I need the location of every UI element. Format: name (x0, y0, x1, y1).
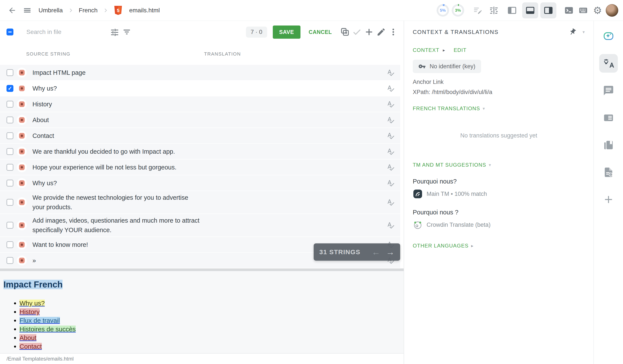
breadcrumb-language[interactable]: French (77, 7, 100, 14)
context-xpath-line: XPath: /html/body/div/div/ul/li/a (413, 89, 585, 96)
row-checkbox[interactable] (6, 199, 13, 206)
row-checkbox[interactable] (6, 180, 13, 186)
spellcheck-icon (387, 221, 395, 229)
table-row[interactable]: We are thankful you decided to go with I… (0, 144, 400, 160)
cancel-button[interactable]: CANCEL (306, 26, 334, 38)
row-checkbox[interactable] (6, 257, 13, 264)
context-translations-panel: CONTEXT & TRANSLATIONS ▾ CONTEXT ▸ EDIT … (404, 21, 594, 364)
translations-tab-icon[interactable] (599, 54, 618, 73)
view-bottom-panel-icon[interactable] (522, 2, 538, 18)
row-checkbox[interactable] (6, 132, 13, 139)
prev-page-arrow-icon[interactable]: ← (372, 247, 380, 257)
row-checkbox[interactable] (6, 241, 13, 248)
tm-mt-suggestions-section[interactable]: TM AND MT SUGGESTIONS (413, 162, 486, 168)
chevron-right-icon (68, 8, 74, 13)
ai-assistant-icon[interactable] (599, 27, 618, 45)
preview-link[interactable]: Flux de travail (20, 317, 60, 324)
spellcheck-icon (387, 163, 395, 171)
add-string-icon[interactable] (363, 26, 375, 38)
untranslated-status-icon (17, 162, 27, 172)
row-checkbox[interactable] (6, 164, 13, 171)
row-checkbox[interactable] (6, 117, 13, 123)
add-panel-icon[interactable] (599, 190, 618, 209)
suggestion-text[interactable]: Pourquoi nous ? (413, 209, 585, 216)
html-preview-pane: Impact French Why us?HistoryFlux de trav… (0, 271, 404, 353)
untranslated-status-icon (17, 256, 27, 265)
source-string-text: » (32, 256, 36, 265)
preview-link[interactable]: About (20, 334, 36, 341)
preview-link[interactable]: History (20, 308, 40, 315)
view-left-panel-icon[interactable] (504, 2, 520, 18)
preview-link[interactable]: Why us? (20, 300, 45, 307)
edit-context-link[interactable]: EDIT (454, 47, 466, 53)
preview-link[interactable]: Contact (20, 343, 42, 350)
strings-list: Impact HTML page✓Why us?HistoryAboutCont… (0, 65, 404, 268)
source-string-text: Why us? (32, 84, 57, 93)
html5-file-icon: 5 (113, 5, 123, 15)
source-string-text: Why us? (32, 178, 57, 188)
suggestion-meta: Crowdin Translate (beta) (413, 220, 585, 230)
other-languages-link[interactable]: OTHER LANGUAGES (413, 243, 468, 249)
table-row[interactable]: Why us? (0, 175, 400, 191)
edit-strings-icon[interactable] (472, 4, 484, 17)
translation-progress-circle[interactable]: 5% (437, 4, 449, 17)
progress-percent: 3% (452, 4, 464, 17)
table-row[interactable]: ✓Why us? (0, 81, 400, 96)
breadcrumb-project[interactable]: Umbrella (36, 7, 65, 14)
row-checkbox[interactable] (6, 148, 13, 155)
chevron-down-icon: ▾ (483, 106, 485, 111)
edit-pencil-icon[interactable] (375, 26, 387, 38)
view-side-by-side-icon[interactable] (486, 2, 502, 18)
pane-resize-handle[interactable] (0, 268, 404, 271)
copy-source-icon[interactable] (339, 26, 351, 38)
collapse-chevron-icon[interactable]: ▾ (582, 29, 585, 35)
save-button[interactable]: SAVE (273, 25, 300, 39)
context-tab-icon[interactable] (599, 108, 618, 127)
back-icon[interactable] (6, 4, 18, 17)
filter-settings-icon[interactable] (109, 26, 121, 38)
keyboard-shortcuts-icon[interactable] (577, 4, 589, 17)
menu-icon[interactable] (21, 4, 33, 17)
next-page-arrow-icon[interactable]: → (386, 247, 395, 257)
more-options-kebab-icon[interactable] (387, 26, 399, 38)
table-row[interactable]: Hope your experience will be not less bu… (0, 160, 400, 175)
spellcheck-icon (387, 179, 395, 187)
row-checkbox[interactable] (6, 101, 13, 108)
french-translations-section[interactable]: FRENCH TRANSLATIONS (413, 105, 480, 112)
source-string-text: Add images, videos, questionaries and mu… (32, 216, 201, 235)
terminology-tab-icon[interactable] (599, 136, 618, 154)
no-translations-message: No translations suggested yet (413, 132, 585, 139)
context-expand-triangle-icon[interactable]: ▸ (443, 48, 445, 53)
pin-icon[interactable] (569, 28, 577, 36)
strings-editor-pane: 7 · 0 SAVE CANCEL SOURCE STRING TRANSLAT… (0, 21, 404, 364)
table-row[interactable]: Add images, videos, questionaries and mu… (0, 214, 400, 237)
tm-suggestion[interactable]: Pourquoi nous ?Crowdin Translate (beta) (413, 209, 585, 230)
console-icon[interactable] (563, 4, 575, 17)
progress-circles: 5%3% (437, 4, 464, 17)
suggestion-meta: Main TM • 100% match (413, 189, 585, 199)
view-right-panel-icon[interactable] (540, 2, 556, 18)
table-row[interactable]: Impact HTML page (0, 65, 400, 81)
table-row[interactable]: Contact (0, 128, 400, 144)
row-checkbox[interactable]: ✓ (6, 85, 13, 92)
settings-gear-icon[interactable]: ⚙ (591, 4, 603, 17)
file-info-tab-icon[interactable]: i (599, 163, 618, 182)
row-checkbox[interactable] (6, 69, 13, 76)
string-counter-badge: 7 · 0 (246, 27, 267, 38)
preview-link[interactable]: Histoires de succès (20, 325, 76, 333)
context-link[interactable]: CONTEXT (413, 47, 439, 53)
row-checkbox[interactable] (6, 222, 13, 229)
filter-list-icon[interactable] (121, 26, 133, 38)
table-row[interactable]: We provide the newest technologies for y… (0, 191, 400, 214)
approve-check-icon[interactable] (351, 26, 363, 38)
comments-tab-icon[interactable] (599, 81, 618, 100)
select-all-checkbox[interactable] (6, 29, 13, 36)
table-row[interactable]: History (0, 96, 400, 112)
avatar[interactable] (606, 4, 618, 17)
breadcrumb-file[interactable]: emails.html (127, 7, 162, 14)
search-input[interactable] (26, 29, 109, 36)
suggestion-text[interactable]: Pourquoi nous? (413, 178, 585, 185)
tm-suggestion[interactable]: Pourquoi nous?Main TM • 100% match (413, 178, 585, 199)
translation-progress-circle[interactable]: 3% (452, 4, 464, 17)
table-row[interactable]: About (0, 112, 400, 128)
